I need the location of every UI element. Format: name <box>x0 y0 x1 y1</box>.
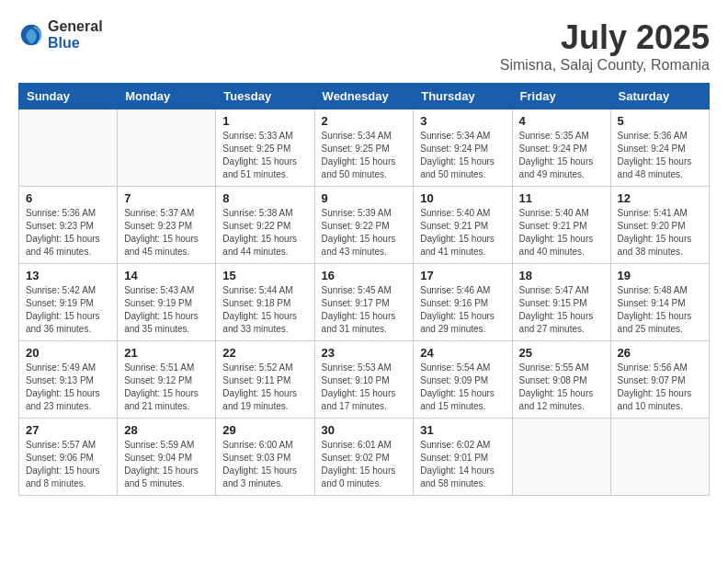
calendar-cell <box>19 109 118 187</box>
day-number: 17 <box>420 269 505 282</box>
calendar-cell <box>118 109 216 187</box>
day-number: 31 <box>420 423 505 437</box>
day-number: 1 <box>222 114 307 128</box>
calendar-cell: 15Sunrise: 5:44 AMSunset: 9:18 PMDayligh… <box>216 264 314 341</box>
calendar-week-1: 1Sunrise: 5:33 AMSunset: 9:25 PMDaylight… <box>19 109 710 187</box>
day-info: Sunrise: 5:54 AMSunset: 9:09 PMDaylight:… <box>420 362 505 413</box>
day-info: Sunrise: 5:44 AMSunset: 9:18 PMDaylight:… <box>222 284 307 336</box>
day-info: Sunrise: 5:48 AMSunset: 9:14 PMDaylight:… <box>618 284 702 336</box>
calendar-cell: 31Sunrise: 6:02 AMSunset: 9:01 PMDayligh… <box>414 419 512 496</box>
calendar-cell <box>512 419 610 496</box>
day-number: 25 <box>519 346 604 360</box>
day-info: Sunrise: 6:02 AMSunset: 9:01 PMDaylight:… <box>420 439 505 490</box>
day-info: Sunrise: 5:37 AMSunset: 9:23 PMDaylight:… <box>124 207 209 259</box>
day-number: 14 <box>124 269 209 282</box>
day-info: Sunrise: 5:42 AMSunset: 9:19 PMDaylight:… <box>26 284 110 336</box>
calendar-cell: 6Sunrise: 5:36 AMSunset: 9:23 PMDaylight… <box>19 187 118 264</box>
calendar-cell: 20Sunrise: 5:49 AMSunset: 9:13 PMDayligh… <box>19 341 118 419</box>
calendar-cell: 14Sunrise: 5:43 AMSunset: 9:19 PMDayligh… <box>118 264 216 341</box>
day-number: 5 <box>618 114 702 128</box>
day-number: 28 <box>124 423 209 437</box>
calendar-cell: 13Sunrise: 5:42 AMSunset: 9:19 PMDayligh… <box>19 264 118 341</box>
col-saturday: Saturday <box>610 84 709 109</box>
day-number: 29 <box>222 423 307 437</box>
day-info: Sunrise: 5:51 AMSunset: 9:12 PMDaylight:… <box>124 362 209 413</box>
calendar-week-4: 20Sunrise: 5:49 AMSunset: 9:13 PMDayligh… <box>19 341 710 419</box>
day-number: 26 <box>618 346 702 360</box>
calendar-week-5: 27Sunrise: 5:57 AMSunset: 9:06 PMDayligh… <box>19 419 710 496</box>
calendar-week-2: 6Sunrise: 5:36 AMSunset: 9:23 PMDaylight… <box>19 187 710 264</box>
calendar-cell: 22Sunrise: 5:52 AMSunset: 9:11 PMDayligh… <box>216 341 314 419</box>
calendar-cell: 9Sunrise: 5:39 AMSunset: 9:22 PMDaylight… <box>314 187 414 264</box>
calendar-cell: 28Sunrise: 5:59 AMSunset: 9:04 PMDayligh… <box>118 419 216 496</box>
day-info: Sunrise: 5:36 AMSunset: 9:23 PMDaylight:… <box>26 207 110 259</box>
calendar-cell: 24Sunrise: 5:54 AMSunset: 9:09 PMDayligh… <box>414 341 512 419</box>
col-wednesday: Wednesday <box>314 84 414 109</box>
day-number: 4 <box>519 114 604 128</box>
logo-general-text: General <box>48 18 103 34</box>
calendar-cell: 17Sunrise: 5:46 AMSunset: 9:16 PMDayligh… <box>414 264 512 341</box>
col-friday: Friday <box>512 84 610 109</box>
day-number: 19 <box>618 269 702 282</box>
calendar-cell: 21Sunrise: 5:51 AMSunset: 9:12 PMDayligh… <box>118 341 216 419</box>
day-info: Sunrise: 5:52 AMSunset: 9:11 PMDaylight:… <box>222 362 307 413</box>
day-number: 30 <box>322 423 407 437</box>
logo-blue-text: Blue <box>48 35 80 51</box>
calendar-cell: 30Sunrise: 6:01 AMSunset: 9:02 PMDayligh… <box>314 419 414 496</box>
logo: General Blue <box>18 18 103 52</box>
calendar-cell: 16Sunrise: 5:45 AMSunset: 9:17 PMDayligh… <box>314 264 414 341</box>
day-info: Sunrise: 5:40 AMSunset: 9:21 PMDaylight:… <box>420 207 505 259</box>
calendar-header-row: Sunday Monday Tuesday Wednesday Thursday… <box>19 84 710 109</box>
day-info: Sunrise: 5:57 AMSunset: 9:06 PMDaylight:… <box>26 439 110 490</box>
calendar-cell: 23Sunrise: 5:53 AMSunset: 9:10 PMDayligh… <box>314 341 414 419</box>
day-number: 15 <box>222 269 307 282</box>
day-number: 24 <box>420 346 505 360</box>
col-monday: Monday <box>118 84 216 109</box>
day-info: Sunrise: 5:35 AMSunset: 9:24 PMDaylight:… <box>519 130 604 181</box>
day-info: Sunrise: 5:49 AMSunset: 9:13 PMDaylight:… <box>26 362 110 413</box>
title-section: July 2025 Simisna, Salaj County, Romania <box>500 18 710 74</box>
calendar-cell: 1Sunrise: 5:33 AMSunset: 9:25 PMDaylight… <box>216 109 314 187</box>
day-number: 18 <box>519 269 604 282</box>
day-info: Sunrise: 5:36 AMSunset: 9:24 PMDaylight:… <box>618 130 702 181</box>
day-number: 11 <box>519 191 604 205</box>
day-number: 13 <box>26 269 110 282</box>
day-number: 2 <box>322 114 407 128</box>
day-info: Sunrise: 5:34 AMSunset: 9:24 PMDaylight:… <box>420 130 505 181</box>
day-number: 21 <box>124 346 209 360</box>
day-info: Sunrise: 5:46 AMSunset: 9:16 PMDaylight:… <box>420 284 505 336</box>
day-info: Sunrise: 5:53 AMSunset: 9:10 PMDaylight:… <box>322 362 407 413</box>
calendar-cell: 12Sunrise: 5:41 AMSunset: 9:20 PMDayligh… <box>610 187 709 264</box>
day-number: 8 <box>222 191 307 205</box>
day-info: Sunrise: 6:00 AMSunset: 9:03 PMDaylight:… <box>222 439 307 490</box>
day-info: Sunrise: 5:55 AMSunset: 9:08 PMDaylight:… <box>519 362 604 413</box>
calendar-cell: 5Sunrise: 5:36 AMSunset: 9:24 PMDaylight… <box>610 109 709 187</box>
calendar-cell: 18Sunrise: 5:47 AMSunset: 9:15 PMDayligh… <box>512 264 610 341</box>
day-number: 23 <box>322 346 407 360</box>
day-number: 12 <box>618 191 702 205</box>
subtitle: Simisna, Salaj County, Romania <box>500 57 710 74</box>
page-header: General Blue July 2025 Simisna, Salaj Co… <box>18 18 710 74</box>
calendar-cell: 27Sunrise: 5:57 AMSunset: 9:06 PMDayligh… <box>19 419 118 496</box>
calendar-cell: 8Sunrise: 5:38 AMSunset: 9:22 PMDaylight… <box>216 187 314 264</box>
calendar-cell: 25Sunrise: 5:55 AMSunset: 9:08 PMDayligh… <box>512 341 610 419</box>
day-number: 10 <box>420 191 505 205</box>
day-info: Sunrise: 5:39 AMSunset: 9:22 PMDaylight:… <box>322 207 407 259</box>
day-info: Sunrise: 5:56 AMSunset: 9:07 PMDaylight:… <box>618 362 702 413</box>
calendar-week-3: 13Sunrise: 5:42 AMSunset: 9:19 PMDayligh… <box>19 264 710 341</box>
day-number: 7 <box>124 191 209 205</box>
day-number: 22 <box>222 346 307 360</box>
day-info: Sunrise: 5:43 AMSunset: 9:19 PMDaylight:… <box>124 284 209 336</box>
day-info: Sunrise: 6:01 AMSunset: 9:02 PMDaylight:… <box>322 439 407 490</box>
day-info: Sunrise: 5:45 AMSunset: 9:17 PMDaylight:… <box>322 284 407 336</box>
calendar-cell: 29Sunrise: 6:00 AMSunset: 9:03 PMDayligh… <box>216 419 314 496</box>
day-number: 20 <box>26 346 110 360</box>
day-number: 16 <box>322 269 407 282</box>
day-number: 9 <box>322 191 407 205</box>
day-info: Sunrise: 5:38 AMSunset: 9:22 PMDaylight:… <box>222 207 307 259</box>
calendar-cell: 7Sunrise: 5:37 AMSunset: 9:23 PMDaylight… <box>118 187 216 264</box>
logo-icon <box>18 22 44 48</box>
day-info: Sunrise: 5:33 AMSunset: 9:25 PMDaylight:… <box>222 130 307 181</box>
day-info: Sunrise: 5:59 AMSunset: 9:04 PMDaylight:… <box>124 439 209 490</box>
day-info: Sunrise: 5:34 AMSunset: 9:25 PMDaylight:… <box>322 130 407 181</box>
